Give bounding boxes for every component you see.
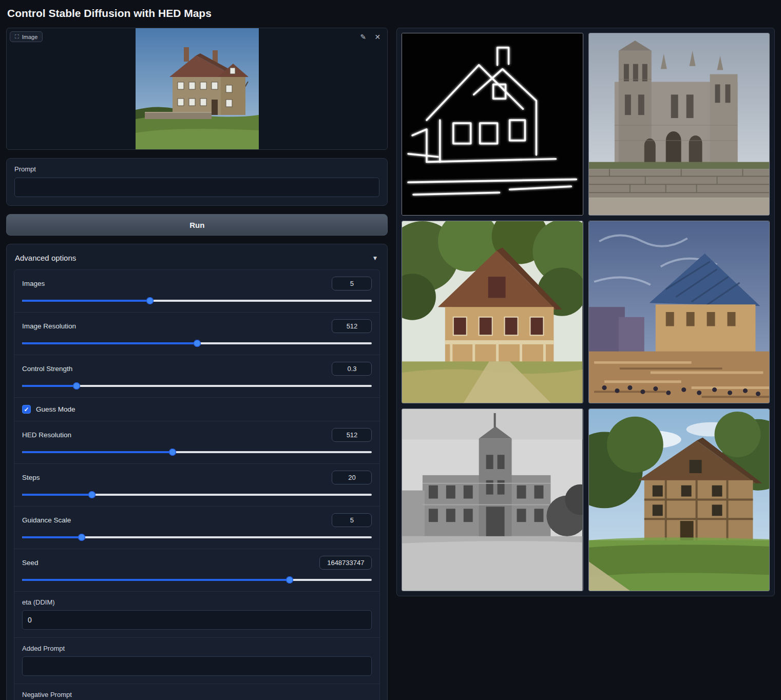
image-toolbar: ✎ ✕ <box>357 31 384 43</box>
slider-hed-resolution[interactable] <box>22 449 372 456</box>
image-icon: ⛶ <box>15 33 19 40</box>
slider-thumb[interactable] <box>78 534 85 541</box>
slider-track[interactable] <box>22 300 372 302</box>
slider-value-steps[interactable]: 20 <box>332 471 372 484</box>
advanced-options-body: Images 5 Image Resolution 512 <box>14 269 380 700</box>
image-label: Image <box>22 34 38 40</box>
eta-row: eta (DDIM) <box>14 591 379 637</box>
slider-control-strength[interactable] <box>22 382 372 390</box>
guess-mode-label: Guess Mode <box>36 405 75 413</box>
slider-value-images[interactable]: 5 <box>332 277 372 290</box>
slider-value-image-resolution[interactable]: 512 <box>332 319 372 333</box>
image-label-badge: ⛶ Image <box>10 31 43 42</box>
slider-thumb[interactable] <box>286 576 293 584</box>
slider-row-steps: Steps 20 <box>14 463 379 506</box>
negative-prompt-row: Negative Prompt <box>14 684 379 700</box>
edit-image-button[interactable]: ✎ <box>357 31 369 43</box>
output-gallery <box>396 28 775 596</box>
gallery-item-house-painting[interactable] <box>402 221 583 403</box>
input-image-photo <box>136 28 259 150</box>
slider-label-images: Images <box>22 280 45 287</box>
page-title: Control Stable Diffusion with HED Maps <box>7 7 775 20</box>
guess-mode-checkbox[interactable] <box>22 405 31 414</box>
slider-image-resolution[interactable] <box>22 340 372 347</box>
slider-row-control-strength: Control Strength 0.3 <box>14 355 379 397</box>
house-painting-image <box>402 221 582 403</box>
slider-thumb[interactable] <box>169 449 176 456</box>
slider-steps[interactable] <box>22 491 372 498</box>
image-upload[interactable]: ⛶ Image ✎ ✕ <box>6 28 388 150</box>
advanced-options-panel: Advanced options ▼ Images 5 <box>6 244 388 700</box>
slider-label-seed: Seed <box>22 559 39 567</box>
gallery-item-bw-building[interactable] <box>402 409 583 591</box>
slider-track[interactable] <box>22 536 372 538</box>
slider-row-seed: Seed 1648733747 <box>14 549 379 591</box>
slider-label-control-strength: Control Strength <box>22 365 72 373</box>
slider-value-guidance-scale[interactable]: 5 <box>332 513 372 527</box>
slider-row-images: Images 5 <box>14 270 379 312</box>
app-root: Control Stable Diffusion with HED Maps ⛶… <box>0 0 781 700</box>
slider-label-guidance-scale: Guidance Scale <box>22 516 71 524</box>
slider-track[interactable] <box>22 579 372 581</box>
slider-label-steps: Steps <box>22 474 40 481</box>
prompt-label: Prompt <box>14 165 379 173</box>
slider-seed[interactable] <box>22 576 372 584</box>
slider-thumb[interactable] <box>194 340 201 347</box>
accordion-caret-icon: ▼ <box>372 255 378 262</box>
gallery-item-timber-house[interactable] <box>588 409 770 591</box>
slider-value-control-strength[interactable]: 0.3 <box>332 362 372 376</box>
slider-value-seed[interactable]: 1648733747 <box>319 556 372 570</box>
slider-label-image-resolution: Image Resolution <box>22 322 76 330</box>
slider-guidance-scale[interactable] <box>22 534 372 541</box>
gallery-item-impressionist-building[interactable] <box>588 221 770 403</box>
added-prompt-input[interactable] <box>22 656 372 676</box>
input-image-canvas <box>7 28 387 149</box>
slider-track[interactable] <box>22 494 372 496</box>
main-layout: ⛶ Image ✎ ✕ <box>6 28 775 700</box>
advanced-options-accordion[interactable]: Advanced options ▼ <box>14 248 380 269</box>
slider-value-hed-resolution[interactable]: 512 <box>332 428 372 442</box>
advanced-options-label: Advanced options <box>15 254 76 262</box>
cathedral-image <box>589 33 769 215</box>
gallery-item-cathedral[interactable] <box>588 33 770 216</box>
negative-prompt-label: Negative Prompt <box>22 691 372 698</box>
gallery-item-hed-edge-map[interactable] <box>402 33 583 216</box>
slider-row-hed-resolution: HED Resolution 512 <box>14 421 379 463</box>
hed-edge-map-image <box>402 33 582 215</box>
slider-images[interactable] <box>22 297 372 304</box>
slider-thumb[interactable] <box>146 297 154 304</box>
left-column: ⛶ Image ✎ ✕ <box>6 28 388 700</box>
added-prompt-label: Added Prompt <box>22 645 372 652</box>
prompt-input[interactable] <box>14 178 379 197</box>
added-prompt-row: Added Prompt <box>14 637 379 684</box>
slider-row-image-resolution: Image Resolution 512 <box>14 312 379 355</box>
slider-thumb[interactable] <box>88 491 96 498</box>
guess-mode-row: Guess Mode <box>14 397 379 421</box>
slider-track[interactable] <box>22 451 372 453</box>
slider-label-hed-resolution: HED Resolution <box>22 431 71 439</box>
prompt-panel: Prompt <box>6 158 388 206</box>
slider-row-guidance-scale: Guidance Scale 5 <box>14 506 379 549</box>
impressionist-building-image <box>589 221 769 403</box>
bw-building-image <box>402 409 582 591</box>
slider-thumb[interactable] <box>73 382 80 390</box>
run-button[interactable]: Run <box>6 214 388 236</box>
clear-image-button[interactable]: ✕ <box>371 31 384 43</box>
eta-input[interactable] <box>22 610 372 630</box>
timber-house-image <box>589 409 769 591</box>
eta-label: eta (DDIM) <box>22 598 372 606</box>
